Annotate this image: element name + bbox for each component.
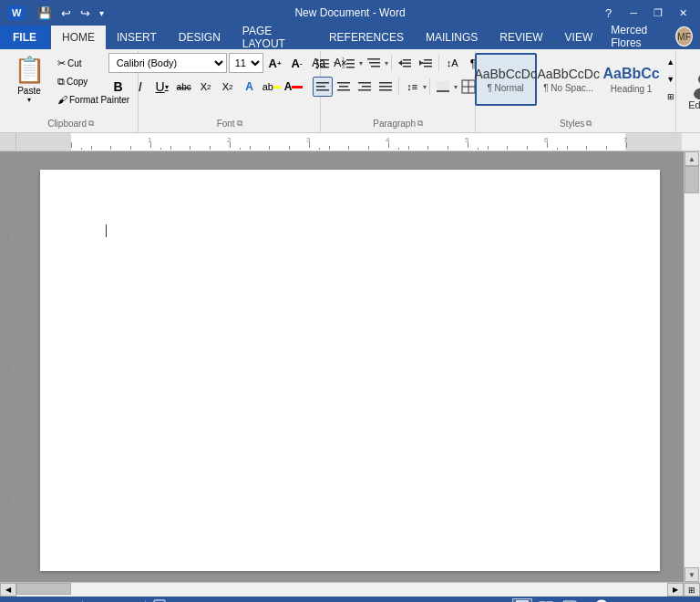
ruler-canvas (16, 133, 682, 150)
tab-design[interactable]: DESIGN (168, 26, 232, 49)
tab-file[interactable]: FILE (0, 26, 49, 49)
styles-scroll-down[interactable]: ▼ (664, 71, 677, 88)
svg-rect-21 (420, 63, 432, 65)
styles-expand[interactable]: ⊞ (664, 88, 677, 105)
scroll-up-button[interactable]: ▲ (685, 151, 699, 166)
svg-rect-33 (379, 86, 392, 88)
svg-text:3.: 3. (342, 64, 345, 69)
editing-button[interactable]: Editing (680, 63, 700, 118)
word-icon: W (7, 5, 26, 20)
user-area[interactable]: Merced Flores MF (603, 24, 700, 49)
restore-button[interactable]: ❐ (648, 5, 668, 21)
minimize-button[interactable]: ─ (624, 5, 643, 20)
svg-rect-17 (399, 63, 411, 65)
svg-rect-28 (337, 89, 350, 91)
styles-scroll-up[interactable]: ▲ (664, 54, 677, 70)
horizontal-track[interactable] (16, 583, 667, 597)
scroll-left-button[interactable]: ◀ (0, 583, 16, 597)
subscript-button[interactable]: X2 (196, 77, 216, 97)
styles-expand-icon[interactable]: ⧉ (586, 119, 592, 129)
text-cursor (106, 224, 107, 237)
font-expand-icon[interactable]: ⧉ (237, 119, 242, 129)
new-page-button[interactable]: ⊞ (684, 583, 700, 597)
document-page[interactable] (40, 170, 660, 571)
scroll-right-button[interactable]: ▶ (667, 583, 684, 597)
font-color-button[interactable]: A (283, 77, 304, 97)
tab-mailings[interactable]: MAILINGS (415, 26, 489, 49)
document-area[interactable] (16, 151, 684, 582)
align-left-button[interactable] (313, 77, 333, 97)
sort-button[interactable]: ↕A (442, 53, 462, 73)
underline-button[interactable]: U▾ (152, 77, 172, 97)
view-reading[interactable] (536, 598, 556, 602)
close-button[interactable]: ✕ (674, 5, 693, 21)
horizontal-scrollbar: ◀ ▶ ⊞ (0, 582, 700, 597)
tab-review[interactable]: REVIEW (489, 26, 553, 49)
tab-insert[interactable]: INSERT (106, 26, 168, 49)
horizontal-thumb[interactable] (16, 583, 71, 595)
multilevel-dropdown[interactable]: ▾ (385, 59, 388, 67)
paragraph-content: ▾ 1.2.3. ▾ ▾ ↕A ¶ (313, 53, 483, 117)
line-spacing-dropdown[interactable]: ▾ (423, 83, 427, 91)
svg-point-4 (316, 67, 319, 69)
svg-rect-32 (379, 82, 392, 84)
title-controls: ? ─ ❐ ✕ (598, 5, 693, 21)
customize-quick-btn[interactable]: ▾ (97, 6, 107, 20)
svg-rect-25 (316, 89, 329, 91)
undo-quick-btn[interactable]: ↩ (58, 5, 74, 22)
bullets-button[interactable] (313, 53, 333, 73)
svg-rect-20 (424, 59, 432, 61)
help-button[interactable]: ? (598, 6, 619, 20)
view-web-layout[interactable] (560, 598, 580, 602)
view-print-layout[interactable] (512, 598, 532, 602)
text-effects-button[interactable]: A (240, 77, 260, 97)
svg-rect-7 (346, 59, 355, 61)
numbering-button[interactable]: 1.2.3. (338, 53, 358, 73)
increase-indent-button[interactable] (416, 53, 436, 73)
svg-rect-23 (316, 82, 329, 84)
shading-dropdown[interactable]: ▾ (454, 83, 458, 91)
style-heading-1[interactable]: AaBbCc Heading 1 (601, 53, 663, 106)
superscript-button[interactable]: X2 (218, 77, 238, 97)
editing-group: Editing (676, 51, 700, 132)
line-spacing-button[interactable]: ↕≡ (402, 77, 422, 97)
align-center-button[interactable] (334, 77, 354, 97)
tab-page-layout[interactable]: PAGE LAYOUT (232, 26, 318, 49)
redo-quick-btn[interactable]: ↪ (77, 5, 93, 22)
scroll-down-button[interactable]: ▼ (685, 567, 699, 582)
status-bar: PAGE 1 OF 1 0 WORDS ✓ 100% (0, 597, 700, 602)
italic-button[interactable]: I (130, 77, 150, 97)
styles-scroll-buttons: ▲ ▼ ⊞ (664, 53, 677, 106)
font-name-select[interactable]: Calibri (Body) (108, 53, 227, 73)
tab-home[interactable]: HOME (51, 26, 106, 49)
strikethrough-button[interactable]: abc (174, 77, 194, 97)
tab-references[interactable]: REFERENCES (318, 26, 415, 49)
justify-button[interactable] (376, 77, 396, 97)
grow-font-button[interactable]: A+ (265, 53, 285, 73)
paragraph-expand-icon[interactable]: ⧉ (417, 119, 423, 129)
align-right-button[interactable] (355, 77, 375, 97)
text-highlight-button[interactable]: ab (262, 77, 282, 97)
scroll-track[interactable] (685, 166, 700, 567)
svg-rect-9 (346, 63, 355, 65)
bold-button[interactable]: B (108, 77, 129, 97)
style-no-spacing[interactable]: AaBbCcDc ¶ No Spac... (538, 53, 600, 106)
shading-button[interactable] (433, 77, 453, 97)
ruler-main (16, 133, 684, 150)
shrink-font-button[interactable]: A- (287, 53, 307, 73)
para-row-1: ▾ 1.2.3. ▾ ▾ ↕A ¶ (313, 53, 483, 73)
styles-list: AaBbCcDc ¶ Normal AaBbCcDc ¶ No Spac... … (475, 53, 663, 106)
multilevel-button[interactable] (364, 53, 384, 73)
decrease-indent-button[interactable] (395, 53, 415, 73)
tab-view[interactable]: VIEW (554, 26, 604, 49)
para-divider-2 (438, 55, 439, 71)
style-normal[interactable]: AaBbCcDc ¶ Normal (475, 53, 537, 106)
svg-rect-29 (358, 82, 371, 84)
save-quick-btn[interactable]: 💾 (35, 5, 55, 22)
paste-button[interactable]: 📋 Paste ▾ (7, 53, 51, 106)
scroll-thumb[interactable] (685, 166, 699, 193)
font-size-select[interactable]: 11 (229, 53, 263, 73)
numbering-dropdown[interactable]: ▾ (359, 59, 363, 67)
clipboard-expand-icon[interactable]: ⧉ (88, 119, 94, 129)
bullets-dropdown[interactable]: ▾ (334, 59, 337, 67)
